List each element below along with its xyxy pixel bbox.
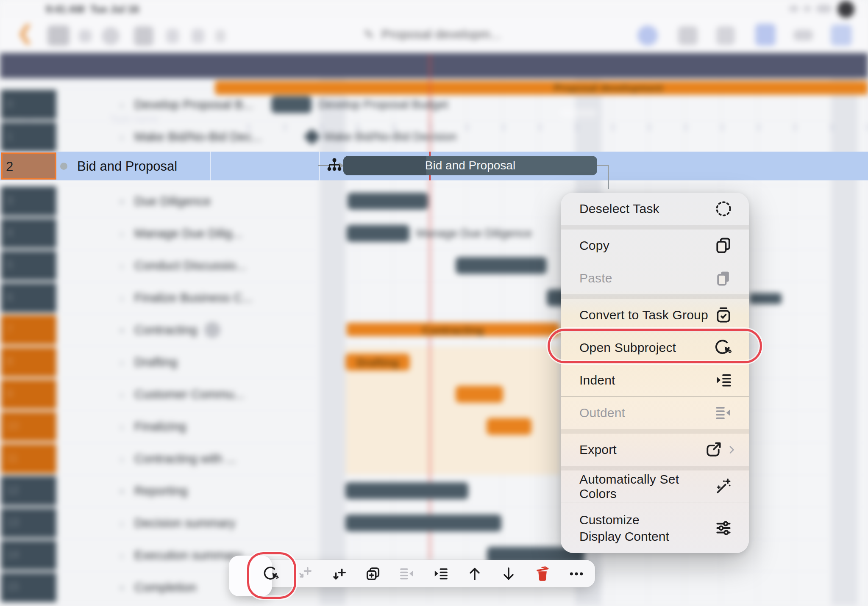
gantt-bar[interactable] (456, 386, 503, 403)
copy-icon (714, 236, 733, 255)
add-task-below-button[interactable] (327, 562, 351, 586)
row-number-cell[interactable]: 6 (1, 283, 56, 313)
task-name-cell[interactable]: ›Make Bid/No-Bid Dec... (57, 121, 210, 153)
info-icon[interactable] (204, 322, 220, 338)
menu-item-label: Copy (579, 238, 609, 253)
menu-item-label: Indent (579, 373, 615, 387)
row-number-cell[interactable]: 15 (1, 573, 56, 602)
gantt-bar-selected[interactable]: Bid and Proposal (343, 156, 597, 175)
paste-icon (714, 269, 733, 288)
gantt-bar[interactable] (348, 193, 428, 210)
task-name-cell[interactable]: ›Finalizing (57, 410, 210, 443)
gantt-bar[interactable] (347, 225, 409, 242)
row-number-cell[interactable]: 7 (1, 315, 56, 345)
task-bullet-icon (60, 163, 67, 170)
menu-group-separator (561, 429, 749, 434)
task-name-cell[interactable]: ›Manage Due Dilig... (57, 217, 210, 249)
row-number-cell[interactable]: 4 (1, 219, 56, 248)
duplicate-button[interactable] (361, 562, 385, 586)
menu-item-label: Export (579, 443, 617, 457)
task-name-cell[interactable]: ›Finalize Business C... (57, 282, 210, 314)
outdent-button[interactable] (395, 562, 419, 586)
nav-button[interactable] (215, 30, 225, 42)
gantt-bar[interactable] (345, 515, 501, 531)
gantt-bar[interactable] (271, 96, 312, 113)
nav-button[interactable] (755, 24, 776, 46)
project-summary-label: Proposal development (554, 82, 663, 94)
menu-item-deselect-task[interactable]: Deselect Task (561, 193, 749, 225)
nav-button[interactable] (134, 26, 153, 46)
task-name-cell[interactable]: •Reporting (57, 475, 210, 507)
nav-button[interactable] (79, 30, 92, 42)
dependency-elbow (608, 165, 609, 189)
add-task-above-button[interactable] (293, 562, 317, 586)
timeline-tick (321, 124, 322, 130)
nav-button[interactable] (716, 26, 735, 45)
task-name-cell[interactable]: •Contracting (57, 314, 210, 346)
project-summary-bar[interactable]: Proposal development (215, 81, 868, 95)
menu-item-customize-display-content[interactable]: CustomizeDisplay Content (561, 503, 749, 553)
indent-button[interactable] (428, 562, 453, 586)
task-group-icon (714, 306, 733, 324)
task-name-cell[interactable]: •Due Diligence (57, 185, 210, 217)
task-name-cell[interactable]: •Completion (57, 571, 210, 603)
row-number-cell[interactable]: 11 (1, 444, 56, 473)
menu-item-indent[interactable]: Indent (561, 364, 749, 396)
row-number-cell[interactable]: 5 (1, 251, 56, 280)
nav-button[interactable] (192, 29, 204, 43)
row-number-cell[interactable]: 3 (1, 186, 56, 216)
move-up-button[interactable] (462, 562, 487, 586)
app-screen: 9:41 AM Tue Jul 16 ❮ ✎ Proposal developm… (0, 0, 868, 606)
document-title[interactable]: Proposal developm... (381, 27, 501, 42)
task-name-cell[interactable]: ›Drafting (57, 346, 210, 378)
menu-item-outdent[interactable]: Outdent (561, 397, 749, 429)
gantt-bar[interactable] (456, 257, 547, 274)
more-button[interactable] (564, 562, 589, 586)
nav-button[interactable] (47, 25, 70, 46)
row-number-cell[interactable]: 13 (1, 508, 56, 538)
row-number-cell[interactable]: 1 (1, 122, 56, 152)
gantt-bar[interactable] (345, 482, 468, 499)
row-number-cell[interactable]: 12 (1, 476, 56, 506)
nav-button[interactable] (102, 27, 120, 45)
selected-task-name[interactable]: Bid and Proposal (77, 159, 177, 174)
nav-button[interactable] (637, 25, 658, 46)
delete-button[interactable] (530, 562, 555, 586)
context-menu: Deselect TaskCopyPasteConvert to Task Gr… (561, 193, 749, 553)
timeline-tick (758, 124, 760, 130)
back-chevron-icon[interactable]: ❮ (17, 21, 33, 44)
selected-task-row[interactable]: 2 Bid and Proposal Bid and Proposal (0, 152, 868, 180)
task-name-cell[interactable]: ›Develop Proposal B... (57, 89, 210, 121)
task-name-cell[interactable]: ›Execution summary (57, 539, 210, 571)
gantt-bar[interactable] (487, 418, 531, 435)
task-name-cell[interactable]: ›Customer Commu... (57, 378, 210, 410)
selected-row-number-cell[interactable]: 2 (1, 152, 56, 180)
menu-item-copy[interactable]: Copy (561, 230, 749, 262)
row-number-cell[interactable]: 14 (1, 540, 56, 570)
move-down-button[interactable] (496, 562, 521, 586)
menu-item-export[interactable]: Export (561, 434, 749, 466)
menu-item-automatically-set-colors[interactable]: Automatically Set Colors (561, 470, 749, 503)
menu-item-paste[interactable]: Paste (561, 262, 749, 294)
row-number-cell[interactable]: 8 (1, 347, 56, 377)
timeline-tick (540, 124, 541, 130)
task-name-cell[interactable]: ›Contracting with ... (57, 443, 210, 475)
row-number-cell[interactable]: 10 (1, 412, 56, 441)
arrow-down-icon (500, 565, 517, 582)
indent-icon (432, 565, 449, 582)
timeline-tick (576, 124, 577, 130)
gantt-bar-fragment (749, 293, 782, 304)
menu-item-convert-to-task-group[interactable]: Convert to Task Group (561, 299, 749, 331)
nav-button[interactable] (793, 30, 813, 41)
nav-button[interactable] (166, 29, 179, 43)
timeline-tick (612, 124, 614, 130)
row-number-cell[interactable]: 0 (1, 90, 56, 119)
menu-item-label: Outdent (579, 406, 625, 420)
timeline-tick (357, 124, 359, 130)
nav-button[interactable] (831, 25, 852, 46)
task-name-cell[interactable]: ›Decision summary (57, 507, 210, 539)
timeline-tick (685, 124, 687, 130)
nav-button[interactable] (678, 26, 698, 45)
task-name-cell[interactable]: ›Conduct Discussio... (57, 249, 210, 282)
row-number-cell[interactable]: 9 (1, 379, 56, 409)
